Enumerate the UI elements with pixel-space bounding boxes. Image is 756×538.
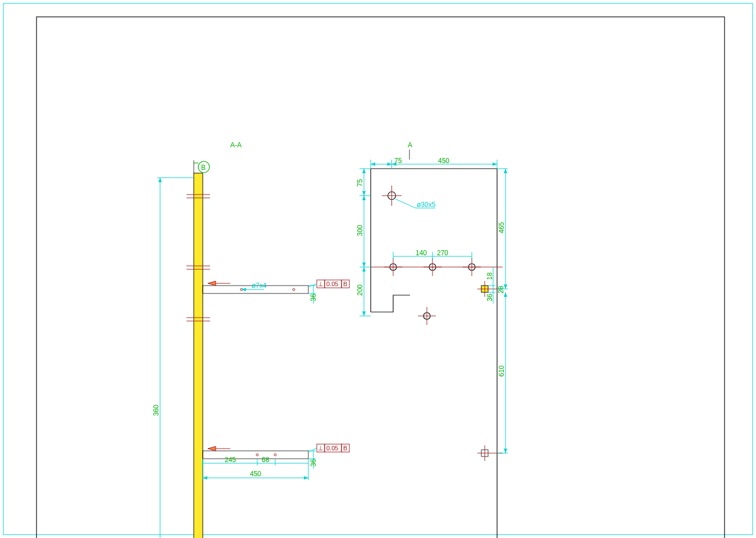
svg-marker-105 [362,267,366,272]
svg-text:B: B [343,445,347,451]
lower-shelf [203,446,308,459]
right-view: A ø30x5 [356,141,508,538]
svg-text:⊥: ⊥ [318,445,324,451]
section-label: A-A [230,141,242,149]
inner-frame [37,17,725,538]
dim-lower-shelf-horiz: 245 68 [203,456,308,465]
svg-line-66 [395,199,416,208]
svg-text:360: 360 [152,405,160,416]
left-column [194,173,203,538]
svg-text:75: 75 [394,157,402,165]
svg-marker-91 [388,162,392,166]
svg-text:36: 36 [309,459,317,467]
svg-marker-119 [504,169,507,173]
svg-text:270: 270 [437,249,448,257]
svg-text:ø7x4: ø7x4 [252,282,267,290]
svg-marker-31 [208,446,216,451]
svg-marker-90 [371,162,375,166]
hole-lower [418,307,436,325]
datum-b: B [194,161,210,173]
svg-text:610: 610 [498,365,505,377]
dim-360: 360 [152,178,194,538]
svg-rect-28 [203,451,308,459]
hole-row [371,258,503,276]
svg-marker-58 [158,178,162,182]
svg-marker-104 [362,263,366,267]
svg-text:36: 36 [486,293,494,301]
svg-text:18: 18 [486,272,494,280]
dim-thk-lower: 36 [308,451,317,469]
svg-text:B: B [343,281,347,287]
svg-text:B: B [201,164,206,171]
svg-text:450: 450 [438,157,449,165]
svg-marker-12 [208,281,216,286]
svg-marker-132 [504,449,507,453]
svg-marker-106 [362,311,366,316]
svg-text:0.05: 0.05 [326,281,338,287]
hole-note: ø30x5 [417,201,436,209]
svg-line-39 [308,448,317,452]
svg-text:0.05: 0.05 [326,445,338,451]
svg-marker-93 [493,162,497,166]
svg-text:75: 75 [356,179,364,187]
gtol-upper: ⊥ 0.05 B [308,280,349,288]
slot-dims: 18 28 36 [486,267,505,304]
outer-frame [3,3,753,535]
svg-text:245: 245 [225,456,236,464]
svg-marker-101 [362,169,366,173]
svg-marker-102 [362,191,366,196]
dim-shelf-450: 450 [203,459,308,480]
svg-marker-51 [203,476,207,480]
svg-marker-52 [304,476,308,480]
svg-text:36: 36 [309,293,317,301]
svg-text:450: 450 [250,470,261,478]
svg-text:300: 300 [356,225,364,236]
svg-text:465: 465 [498,222,505,233]
svg-point-29 [256,454,258,456]
svg-text:140: 140 [416,249,427,257]
svg-point-11 [293,288,295,291]
svg-text:68: 68 [262,456,270,464]
svg-text:A: A [408,141,412,149]
cad-drawing-canvas: A-A B ø7x4 ⊥ 0.05 B [0,0,756,538]
left-hole-note: ø7x4 [242,282,267,291]
dim-thk-upper: 36 [308,286,317,304]
svg-text:⊥: ⊥ [318,281,324,287]
svg-text:200: 200 [356,284,364,296]
svg-point-30 [274,454,276,456]
svg-marker-103 [362,196,366,200]
